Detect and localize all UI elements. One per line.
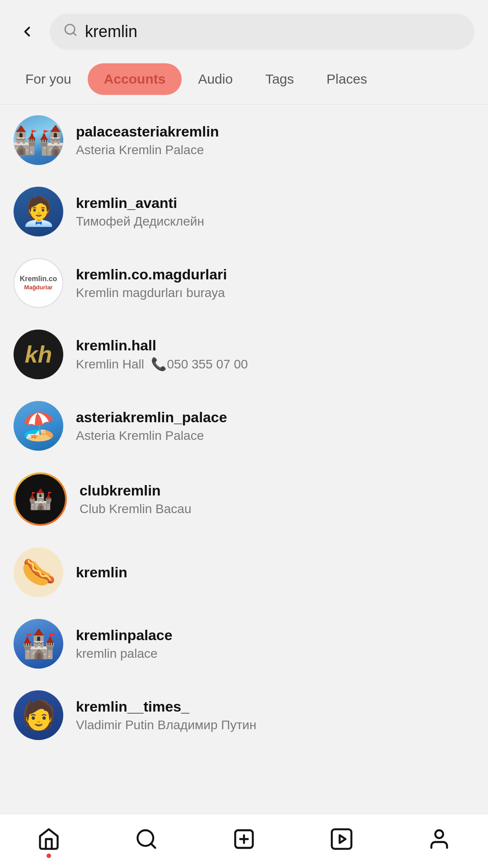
account-display-name: kremlin palace <box>76 646 474 661</box>
tab-places[interactable]: Places <box>310 63 384 95</box>
list-item[interactable]: 🏰 kremlinpalace kremlin palace <box>0 608 488 679</box>
svg-rect-7 <box>332 829 351 849</box>
account-display-name: Тимофей Дедисклейн <box>76 214 474 229</box>
svg-point-9 <box>435 830 443 838</box>
avatar: kh <box>14 330 63 379</box>
avatar: Kremlin.coMağdurlar <box>14 258 63 308</box>
account-username: asteriakremlin_palace <box>76 409 474 426</box>
search-bar[interactable]: kremlin <box>50 14 474 50</box>
list-item[interactable]: 🏰 palaceasteriakremlin Asteria Kremlin P… <box>0 104 488 176</box>
account-display-name: Kremlin Hall 📞050 355 07 00 <box>76 357 474 372</box>
nav-profile[interactable] <box>421 821 457 857</box>
list-item[interactable]: 🏰 clubkremlin Club Kremlin Bacau <box>0 462 488 537</box>
avatar: 🧑 <box>14 690 63 740</box>
account-info: kremlin__times_ Vladimir Putin Владимир … <box>76 698 474 732</box>
tab-for-you[interactable]: For you <box>9 63 88 95</box>
account-info: kremlin.hall Kremlin Hall 📞050 355 07 00 <box>76 337 474 372</box>
avatar: 🏰 <box>14 115 63 165</box>
account-list: 🏰 palaceasteriakremlin Asteria Kremlin P… <box>0 104 488 814</box>
list-item[interactable]: kh kremlin.hall Kremlin Hall 📞050 355 07… <box>0 319 488 390</box>
avatar: 🌭 <box>14 547 63 597</box>
account-info: kremlin.co.magdurlari Kremlin magdurları… <box>76 266 474 300</box>
list-item[interactable]: 🧑 kremlin__times_ Vladimir Putin Владими… <box>0 679 488 751</box>
avatar: 🏰 <box>14 619 63 669</box>
account-display-name: Asteria Kremlin Palace <box>76 143 474 157</box>
account-username: palaceasteriakremlin <box>76 123 474 140</box>
avatar: 🏰 <box>14 472 67 526</box>
list-item[interactable]: 🏖️ asteriakremlin_palace Asteria Kremlin… <box>0 390 488 462</box>
back-button[interactable] <box>14 18 41 45</box>
account-display-name: Kremlin magdurları buraya <box>76 286 474 300</box>
account-username: kremlin <box>76 564 474 581</box>
nav-home[interactable] <box>31 821 67 857</box>
nav-create[interactable] <box>226 821 262 857</box>
svg-marker-8 <box>340 835 346 843</box>
tab-audio[interactable]: Audio <box>182 63 249 95</box>
search-icon <box>63 23 78 41</box>
list-item[interactable]: Kremlin.coMağdurlar kremlin.co.magdurlar… <box>0 247 488 319</box>
list-item[interactable]: 🌭 kremlin <box>0 537 488 608</box>
bottom-nav <box>0 814 488 868</box>
home-notification-dot <box>47 854 51 858</box>
tab-tags[interactable]: Tags <box>249 63 310 95</box>
account-username: kremlinpalace <box>76 627 474 644</box>
search-value: kremlin <box>85 22 137 41</box>
svg-line-3 <box>151 844 155 848</box>
account-info: kremlin <box>76 564 474 581</box>
account-info: clubkremlin Club Kremlin Bacau <box>80 482 474 516</box>
account-username: kremlin__times_ <box>76 698 474 715</box>
nav-reels[interactable] <box>324 821 360 857</box>
avatar: 🧑‍💼 <box>14 187 63 236</box>
account-username: clubkremlin <box>80 482 474 499</box>
account-display-name: Asteria Kremlin Palace <box>76 429 474 443</box>
tab-accounts[interactable]: Accounts <box>88 63 182 95</box>
account-info: kremlinpalace kremlin palace <box>76 627 474 661</box>
account-display-name: Vladimir Putin Владимир Путин <box>76 718 474 732</box>
account-info: asteriakremlin_palace Asteria Kremlin Pa… <box>76 409 474 443</box>
filter-tabs: For you Accounts Audio Tags Places <box>0 59 488 104</box>
account-username: kremlin.hall <box>76 337 474 354</box>
header: kremlin <box>0 0 488 59</box>
account-username: kremlin.co.magdurlari <box>76 266 474 283</box>
account-display-name: Club Kremlin Bacau <box>80 502 474 516</box>
account-username: kremlin_avanti <box>76 195 474 212</box>
account-info: kremlin_avanti Тимофей Дедисклейн <box>76 195 474 229</box>
nav-search[interactable] <box>128 821 164 857</box>
list-item[interactable]: 🧑‍💼 kremlin_avanti Тимофей Дедисклейн <box>0 176 488 247</box>
svg-line-1 <box>73 33 76 35</box>
avatar: 🏖️ <box>14 401 63 451</box>
account-info: palaceasteriakremlin Asteria Kremlin Pal… <box>76 123 474 157</box>
